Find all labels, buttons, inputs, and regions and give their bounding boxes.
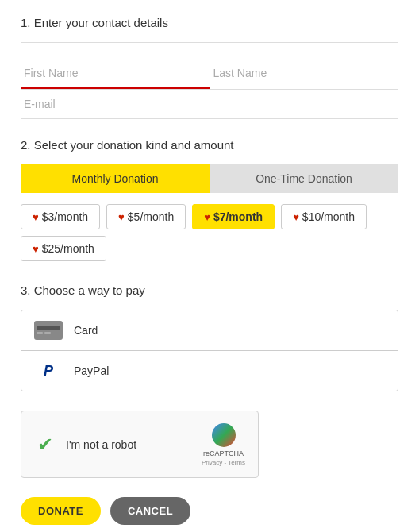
heart-icon-5: ♥ xyxy=(118,211,125,223)
onetime-donation-button[interactable]: One-Time Donation xyxy=(210,164,398,193)
heart-icon-10: ♥ xyxy=(293,211,299,223)
card-label: Card xyxy=(74,324,98,337)
section1-title: 1. Enter your contact details xyxy=(21,16,398,29)
amount-btn-3[interactable]: ♥ $3/month xyxy=(21,204,100,229)
amount-label-10: $10/month xyxy=(302,210,355,223)
heart-icon-25: ♥ xyxy=(33,243,39,255)
amount-btn-7[interactable]: ♥ $7/month xyxy=(192,204,275,229)
captcha-check: ✔ xyxy=(34,434,56,456)
payment-options: Card P PayPal xyxy=(21,310,398,391)
action-row: DONATE CANCEL xyxy=(21,497,398,525)
amount-options: ♥ $3/month ♥ $5/month ♥ $7/month ♥ $10/m… xyxy=(21,204,398,261)
checkmark-icon: ✔ xyxy=(37,434,53,456)
captcha-label: I'm not a robot xyxy=(66,438,136,451)
last-name-wrap xyxy=(210,59,399,89)
recaptcha-brand: reCAPTCHA xyxy=(203,449,244,457)
section-contact: 1. Enter your contact details xyxy=(21,16,398,119)
donation-type-row: Monthly Donation One-Time Donation xyxy=(21,164,398,193)
card-icon xyxy=(34,321,63,340)
heart-icon-7: ♥ xyxy=(204,211,210,223)
heart-icon-3: ♥ xyxy=(33,211,39,223)
card-payment-option[interactable]: Card xyxy=(21,310,398,351)
amount-label-7: $7/month xyxy=(213,210,263,223)
first-name-wrap xyxy=(21,59,210,89)
section2-title: 2. Select your donation kind and amount xyxy=(21,138,398,152)
captcha-left: ✔ I'm not a robot xyxy=(34,434,136,456)
cancel-button[interactable]: CANCEL xyxy=(110,497,190,525)
amount-btn-10[interactable]: ♥ $10/month xyxy=(281,204,367,229)
name-inputs-row xyxy=(21,59,398,90)
amount-btn-5[interactable]: ♥ $5/month xyxy=(106,204,186,229)
paypal-label: PayPal xyxy=(74,364,109,377)
captcha-container[interactable]: ✔ I'm not a robot reCAPTCHA Privacy - Te… xyxy=(21,411,259,478)
recaptcha-circle xyxy=(212,423,236,447)
captcha-right: reCAPTCHA Privacy - Terms xyxy=(202,422,245,466)
paypal-payment-option[interactable]: P PayPal xyxy=(21,351,398,391)
last-name-input[interactable] xyxy=(210,59,356,87)
email-input[interactable] xyxy=(21,90,398,118)
section3-title: 3. Choose a way to pay xyxy=(21,283,398,297)
amount-label-3: $3/month xyxy=(42,210,88,223)
monthly-donation-button[interactable]: Monthly Donation xyxy=(21,164,210,193)
email-row xyxy=(21,90,398,119)
paypal-p-letter: P xyxy=(44,363,53,380)
divider1 xyxy=(21,42,398,43)
amount-label-25: $25/month xyxy=(42,242,94,255)
paypal-icon: P xyxy=(34,361,63,380)
recaptcha-logo xyxy=(211,422,236,448)
section-payment: 3. Choose a way to pay Card P PayPal xyxy=(21,283,398,391)
amount-label-5: $5/month xyxy=(128,210,174,223)
amount-btn-25[interactable]: ♥ $25/month xyxy=(21,236,106,261)
donate-button[interactable]: DONATE xyxy=(21,497,101,525)
first-name-input[interactable] xyxy=(21,59,166,87)
recaptcha-links: Privacy - Terms xyxy=(202,459,245,466)
section-donation: 2. Select your donation kind and amount … xyxy=(21,138,398,261)
